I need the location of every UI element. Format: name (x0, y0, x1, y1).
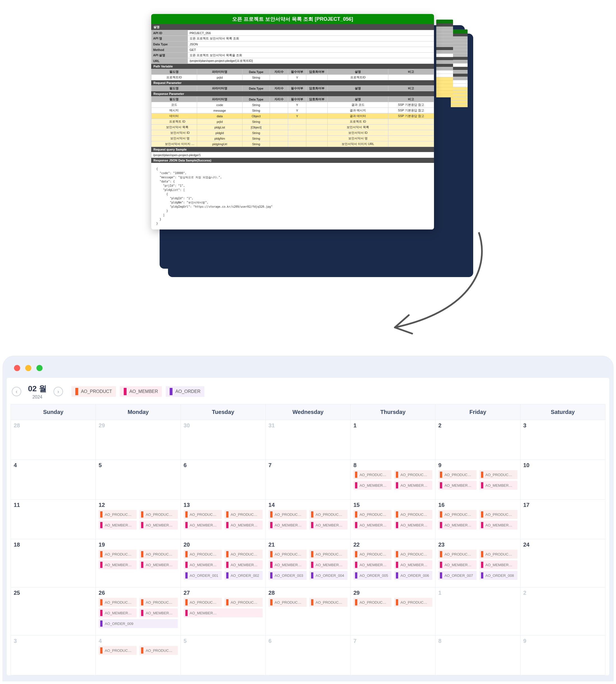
calendar-cell[interactable]: 22AO_PRODUC…AO_PRODUC…AO_MEMBER…AO_MEMBE… (351, 539, 435, 588)
calendar-cell[interactable]: 8 (435, 636, 520, 675)
event-chip[interactable]: AO_PRODUC… (139, 646, 177, 655)
event-chip[interactable]: AO_PRODUC… (139, 550, 177, 558)
event-chip[interactable]: AO_PRODUC… (98, 598, 137, 607)
calendar-cell[interactable]: 29 (96, 420, 181, 460)
calendar-cell[interactable]: 4AO_PRODUC…AO_PRODUC… (96, 636, 181, 675)
next-month-button[interactable]: › (53, 387, 63, 396)
event-chip[interactable]: AO_PRODUC… (438, 550, 476, 558)
event-chip[interactable]: AO_MEMBER… (268, 560, 307, 569)
event-chip[interactable]: AO_MEMBER… (394, 560, 432, 569)
event-chip[interactable]: AO_MEMBER… (309, 560, 348, 569)
event-chip[interactable]: AO_ORDER_001 (184, 571, 222, 580)
event-chip[interactable]: AO_PRODUC… (479, 510, 518, 519)
calendar-cell[interactable]: 2 (520, 588, 605, 636)
event-chip[interactable]: AO_PRODUC… (224, 550, 263, 558)
calendar-cell[interactable]: 9AO_PRODUC…AO_PRODUC…AO_MEMBER…AO_MEMBER… (435, 460, 520, 500)
calendar-cell[interactable]: 7 (351, 636, 435, 675)
calendar-cell[interactable]: 31 (265, 420, 350, 460)
event-chip[interactable]: AO_MEMBER… (479, 560, 518, 569)
calendar-cell[interactable]: 1 (435, 588, 520, 636)
event-chip[interactable]: AO_PRODUC… (224, 598, 263, 607)
event-chip[interactable]: AO_PRODUC… (309, 550, 348, 558)
event-chip[interactable]: AO_PRODUC… (309, 510, 348, 519)
event-chip[interactable]: AO_MEMBER… (479, 521, 518, 529)
calendar-cell[interactable]: 14AO_PRODUC…AO_PRODUC…AO_MEMBER…AO_MEMBE… (265, 500, 350, 539)
event-chip[interactable]: AO_MEMBER… (98, 560, 137, 569)
calendar-cell[interactable]: 12AO_PRODUC…AO_PRODUC…AO_MEMBER…AO_MEMBE… (96, 500, 181, 539)
event-chip[interactable]: AO_PRODUC… (394, 598, 432, 607)
event-chip[interactable]: AO_PRODUC… (394, 550, 432, 558)
event-chip[interactable]: AO_MEMBER… (184, 521, 222, 529)
calendar-cell[interactable]: 5 (181, 636, 265, 675)
event-chip[interactable]: AO_ORDER_008 (479, 571, 518, 580)
calendar-cell[interactable]: 26AO_PRODUC…AO_PRODUC…AO_MEMBER…AO_MEMBE… (96, 588, 181, 636)
calendar-cell[interactable]: 30 (181, 420, 265, 460)
event-chip[interactable]: AO_PRODUC… (438, 510, 476, 519)
event-chip[interactable]: AO_MEMBER… (184, 609, 263, 617)
calendar-cell[interactable]: 6 (181, 460, 265, 500)
minimize-icon[interactable] (25, 365, 31, 371)
calendar-cell[interactable]: 6 (265, 636, 350, 675)
event-chip[interactable]: AO_MEMBER… (184, 560, 222, 569)
event-chip[interactable]: AO_ORDER_007 (438, 571, 476, 580)
calendar-cell[interactable]: 29AO_PRODUC…AO_PRODUC… (351, 588, 435, 636)
event-chip[interactable]: AO_ORDER_005 (353, 571, 392, 580)
event-chip[interactable]: AO_MEMBER… (98, 609, 137, 617)
event-chip[interactable]: AO_PRODUC… (394, 470, 432, 479)
event-chip[interactable]: AO_ORDER_009 (98, 619, 177, 628)
event-chip[interactable]: AO_PRODUC… (479, 470, 518, 479)
calendar-cell[interactable]: 28 (11, 420, 96, 460)
calendar-cell[interactable]: 3 (520, 420, 605, 460)
calendar-cell[interactable]: 3 (11, 636, 96, 675)
event-chip[interactable]: AO_PRODUC… (353, 470, 392, 479)
event-chip[interactable]: AO_ORDER_004 (309, 571, 348, 580)
event-chip[interactable]: AO_PRODUC… (268, 510, 307, 519)
event-chip[interactable]: AO_PRODUC… (353, 550, 392, 558)
calendar-cell[interactable]: 20AO_PRODUC…AO_PRODUC…AO_MEMBER…AO_MEMBE… (181, 539, 265, 588)
event-chip[interactable]: AO_MEMBER… (309, 521, 348, 529)
calendar-cell[interactable]: 13AO_PRODUC…AO_PRODUC…AO_MEMBER…AO_MEMBE… (181, 500, 265, 539)
prev-month-button[interactable]: ‹ (12, 387, 21, 396)
event-chip[interactable]: AO_MEMBER… (394, 481, 432, 490)
calendar-cell[interactable]: 19AO_PRODUC…AO_PRODUC…AO_MEMBER…AO_MEMBE… (96, 539, 181, 588)
calendar-cell[interactable]: 15AO_PRODUC…AO_PRODUC…AO_MEMBER…AO_MEMBE… (351, 500, 435, 539)
close-icon[interactable] (14, 365, 20, 371)
event-chip[interactable]: AO_PRODUC… (479, 550, 518, 558)
event-chip[interactable]: AO_MEMBER… (224, 521, 263, 529)
event-chip[interactable]: AO_PRODUC… (438, 470, 476, 479)
calendar-cell[interactable]: 21AO_PRODUC…AO_PRODUC…AO_MEMBER…AO_MEMBE… (265, 539, 350, 588)
calendar-cell[interactable]: 4 (11, 460, 96, 500)
event-chip[interactable]: AO_MEMBER… (139, 521, 177, 529)
event-chip[interactable]: AO_MEMBER… (139, 560, 177, 569)
calendar-cell[interactable]: 2 (435, 420, 520, 460)
calendar-cell[interactable]: 16AO_PRODUC…AO_PRODUC…AO_MEMBER…AO_MEMBE… (435, 500, 520, 539)
event-chip[interactable]: AO_PRODUC… (98, 646, 137, 655)
calendar-cell[interactable]: 23AO_PRODUC…AO_PRODUC…AO_MEMBER…AO_MEMBE… (435, 539, 520, 588)
event-chip[interactable]: AO_MEMBER… (394, 521, 432, 529)
calendar-cell[interactable]: 24 (520, 539, 605, 588)
event-chip[interactable]: AO_MEMBER… (224, 560, 263, 569)
event-chip[interactable]: AO_PRODUC… (394, 510, 432, 519)
legend-item-p[interactable]: AO_PRODUCT (71, 386, 116, 397)
event-chip[interactable]: AO_PRODUC… (353, 510, 392, 519)
event-chip[interactable]: AO_MEMBER… (353, 521, 392, 529)
calendar-cell[interactable]: 18 (11, 539, 96, 588)
event-chip[interactable]: AO_MEMBER… (98, 521, 137, 529)
event-chip[interactable]: AO_MEMBER… (438, 481, 476, 490)
calendar-cell[interactable]: 9 (520, 636, 605, 675)
calendar-cell[interactable]: 11 (11, 500, 96, 539)
calendar-cell[interactable]: 1 (351, 420, 435, 460)
event-chip[interactable]: AO_PRODUC… (98, 550, 137, 558)
calendar-cell[interactable]: 17 (520, 500, 605, 539)
calendar-cell[interactable]: 10 (520, 460, 605, 500)
event-chip[interactable]: AO_PRODUC… (184, 510, 222, 519)
calendar-cell[interactable]: 27AO_PRODUC…AO_PRODUC…AO_MEMBER… (181, 588, 265, 636)
event-chip[interactable]: AO_PRODUC… (224, 510, 263, 519)
event-chip[interactable]: AO_MEMBER… (479, 481, 518, 490)
event-chip[interactable]: AO_ORDER_002 (224, 571, 263, 580)
calendar-cell[interactable]: 5 (96, 460, 181, 500)
event-chip[interactable]: AO_PRODUC… (309, 598, 348, 607)
maximize-icon[interactable] (37, 365, 43, 371)
event-chip[interactable]: AO_ORDER_003 (268, 571, 307, 580)
legend-item-m[interactable]: AO_MEMBER (120, 386, 162, 397)
